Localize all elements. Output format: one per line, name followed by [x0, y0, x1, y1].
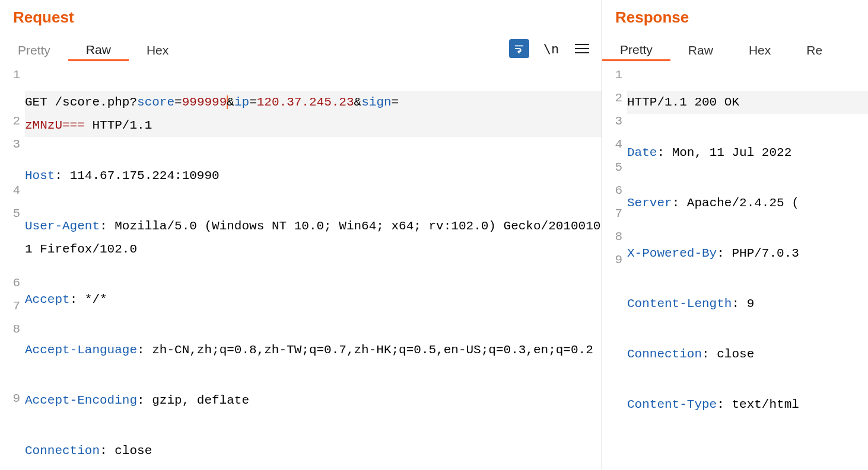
tab-raw[interactable]: Raw: [68, 36, 129, 61]
request-panel: Request Pretty Raw Hex \n 1 2 3: [0, 0, 602, 470]
request-line-6[interactable]: Accept-Encoding: gzip, deflate: [25, 389, 602, 412]
request-code[interactable]: GET /score.php?score=999999&ip=120.37.24…: [25, 63, 602, 470]
response-line-6[interactable]: Connection: close: [627, 343, 868, 366]
tab-pretty[interactable]: Pretty: [602, 36, 670, 61]
more-icon[interactable]: [573, 40, 591, 57]
response-panel: Response Pretty Raw Hex Re 1 2 3 4 5 6 7…: [602, 0, 868, 470]
request-line-7[interactable]: Connection: close: [25, 439, 602, 462]
response-line-4[interactable]: X-Powered-By: PHP/7.0.3: [627, 242, 868, 265]
request-line-1[interactable]: GET /score.php?score=999999&ip=120.37.24…: [25, 91, 602, 137]
request-gutter: 1 2 3 4 5 6 7 8 9: [0, 63, 25, 470]
request-title: Request: [0, 0, 602, 36]
request-editor[interactable]: 1 2 3 4 5 6 7 8 9 GET /score.php?score=9…: [0, 61, 602, 470]
response-line-8[interactable]: [627, 443, 868, 466]
tab-raw[interactable]: Raw: [670, 36, 731, 61]
response-line-7[interactable]: Content-Type: text/html: [627, 393, 868, 416]
tab-pretty[interactable]: Pretty: [0, 36, 68, 61]
request-line-2[interactable]: Host: 114.67.175.224:10990: [25, 164, 602, 187]
response-tabbar: Pretty Raw Hex Re: [602, 36, 868, 61]
response-code[interactable]: HTTP/1.1 200 OK Date: Mon, 11 Jul 2022 S…: [627, 63, 868, 470]
tab-render[interactable]: Re: [788, 36, 822, 61]
response-gutter: 1 2 3 4 5 6 7 8 9: [602, 63, 627, 470]
response-line-2[interactable]: Date: Mon, 11 Jul 2022: [627, 141, 868, 164]
request-line-3[interactable]: User-Agent: Mozilla/5.0 (Windows NT 10.0…: [25, 215, 602, 261]
tab-hex[interactable]: Hex: [129, 36, 186, 61]
response-line-3[interactable]: Server: Apache/2.4.25 (: [627, 191, 868, 215]
format-icon[interactable]: [509, 39, 529, 58]
request-line-4[interactable]: Accept: */*: [25, 288, 602, 311]
response-editor[interactable]: 1 2 3 4 5 6 7 8 9 HTTP/1.1 200 OK Date: …: [602, 61, 868, 470]
request-line-5[interactable]: Accept-Language: zh-CN,zh;q=0.8,zh-TW;q=…: [25, 338, 602, 362]
response-title: Response: [602, 0, 868, 36]
request-tabbar: Pretty Raw Hex \n: [0, 36, 602, 61]
tab-hex[interactable]: Hex: [731, 36, 788, 61]
response-line-1[interactable]: HTTP/1.1 200 OK: [627, 91, 868, 114]
wrap-lines-icon[interactable]: \n: [542, 40, 560, 57]
response-line-5[interactable]: Content-Length: 9: [627, 292, 868, 315]
